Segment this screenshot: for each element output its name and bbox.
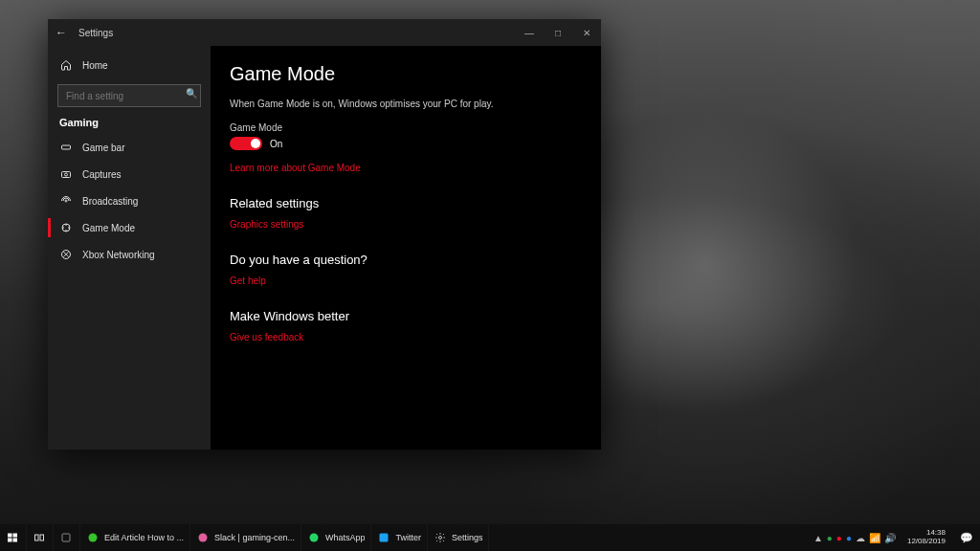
taskbar-app-settings[interactable]: Settings — [428, 524, 490, 551]
app-icon — [86, 531, 100, 544]
window-title: Settings — [75, 28, 113, 38]
clock-date: 12/08/2019 — [907, 538, 946, 546]
gamebar-icon — [59, 141, 73, 154]
page-description: When Game Mode is on, Windows optimises … — [230, 99, 582, 109]
svg-rect-12 — [62, 534, 70, 541]
sidebar-item-label: Xbox Networking — [82, 250, 155, 260]
svg-point-15 — [309, 534, 318, 542]
taskbar-app-label: Edit Article How to ... — [104, 533, 184, 542]
graphics-settings-link[interactable]: Graphics settings — [230, 219, 303, 230]
xbox-icon — [59, 248, 73, 261]
sidebar-item-captures[interactable]: Captures — [48, 161, 211, 187]
system-tray[interactable]: ▲ ● ● ● ☁ 📶 🔊 — [813, 533, 896, 543]
tray-icon[interactable]: ● — [827, 533, 833, 543]
sidebar-item-xbox-networking[interactable]: Xbox Networking — [48, 241, 211, 268]
home-icon — [59, 58, 73, 72]
svg-rect-8 — [8, 539, 12, 542]
toggle-knob — [251, 139, 260, 148]
taskbar-app-whatsapp[interactable]: WhatsApp — [301, 524, 372, 551]
settings-window: ← Settings ― □ ✕ Home 🔍 Gaming Gam — [48, 19, 601, 450]
generic-icon — [59, 531, 73, 544]
svg-point-13 — [89, 534, 98, 542]
svg-rect-10 — [35, 535, 39, 540]
app-icon — [307, 531, 321, 544]
taskbar-app-twitter[interactable]: Twitter — [371, 524, 428, 551]
action-center-button[interactable]: 💬 — [957, 532, 976, 544]
toggle-label: Game Mode — [230, 122, 582, 133]
close-button[interactable]: ✕ — [572, 28, 601, 38]
titlebar: ← Settings ― □ ✕ — [48, 19, 601, 46]
tray-network-icon[interactable]: 📶 — [869, 533, 880, 543]
sidebar-item-label: Captures — [82, 169, 122, 180]
taskbar: Edit Article How to ... Slack | gaming-c… — [0, 524, 980, 551]
svg-rect-6 — [8, 534, 12, 538]
maximize-button[interactable]: □ — [544, 28, 572, 38]
taskbar-app-label: Twitter — [395, 533, 421, 542]
broadcasting-icon — [59, 194, 73, 208]
taskbar-app-label: WhatsApp — [325, 533, 366, 542]
sidebar-item-label: Game bar — [82, 143, 124, 153]
svg-rect-11 — [40, 535, 44, 540]
toggle-state: On — [270, 139, 282, 149]
related-settings-heading: Related settings — [230, 196, 582, 210]
taskbar-pinned-icon[interactable] — [54, 524, 80, 551]
svg-point-2 — [65, 173, 68, 176]
task-view-button[interactable] — [27, 524, 54, 551]
app-icon — [196, 531, 210, 544]
svg-rect-7 — [13, 534, 18, 538]
tray-volume-icon[interactable]: 🔊 — [884, 533, 896, 543]
taskbar-app-label: Slack | gaming-cen... — [214, 533, 295, 542]
page-heading: Game Mode — [230, 63, 582, 85]
taskbar-app-edit-article[interactable]: Edit Article How to ... — [80, 524, 190, 551]
svg-point-14 — [199, 534, 208, 542]
sidebar-home[interactable]: Home — [48, 52, 211, 78]
svg-rect-9 — [13, 539, 18, 542]
taskbar-clock[interactable]: 14:38 12/08/2019 — [902, 529, 951, 546]
get-help-link[interactable]: Get help — [230, 276, 266, 286]
svg-rect-16 — [380, 534, 389, 542]
start-button[interactable] — [0, 524, 27, 551]
question-heading: Do you have a question? — [230, 253, 582, 267]
game-mode-toggle[interactable] — [230, 137, 262, 150]
tray-icon[interactable]: ● — [846, 533, 852, 543]
minimize-button[interactable]: ― — [515, 28, 544, 38]
content-pane: Game Mode When Game Mode is on, Windows … — [211, 46, 601, 450]
tray-chevron-icon[interactable]: ▲ — [813, 533, 823, 543]
sidebar-item-label: Broadcasting — [82, 196, 138, 207]
back-button[interactable]: ← — [48, 26, 75, 39]
svg-rect-0 — [62, 145, 71, 149]
sidebar-item-game-mode[interactable]: Game Mode — [48, 214, 211, 241]
sidebar-item-game-bar[interactable]: Game bar — [48, 134, 211, 161]
svg-point-17 — [438, 537, 441, 540]
sidebar-item-broadcasting[interactable]: Broadcasting — [48, 187, 211, 214]
windows-icon — [6, 531, 19, 544]
gear-icon — [434, 531, 447, 544]
tray-cloud-icon[interactable]: ☁ — [856, 533, 865, 543]
taskbar-app-label: Settings — [452, 533, 483, 542]
sidebar: Home 🔍 Gaming Game bar Captures — [48, 46, 211, 450]
sidebar-home-label: Home — [82, 60, 108, 71]
tray-icon[interactable]: ● — [836, 533, 842, 543]
learn-more-link[interactable]: Learn more about Game Mode — [230, 163, 361, 173]
search-input[interactable] — [57, 84, 201, 107]
sidebar-item-label: Game Mode — [82, 223, 135, 233]
sidebar-section-label: Gaming — [48, 117, 211, 134]
make-better-heading: Make Windows better — [230, 309, 582, 323]
captures-icon — [59, 167, 73, 181]
svg-rect-1 — [62, 172, 71, 178]
taskview-icon — [33, 531, 46, 544]
gamemode-icon — [59, 221, 73, 234]
taskbar-app-slack[interactable]: Slack | gaming-cen... — [190, 524, 301, 551]
feedback-link[interactable]: Give us feedback — [230, 332, 303, 342]
app-icon — [377, 531, 390, 544]
svg-point-3 — [65, 200, 67, 202]
